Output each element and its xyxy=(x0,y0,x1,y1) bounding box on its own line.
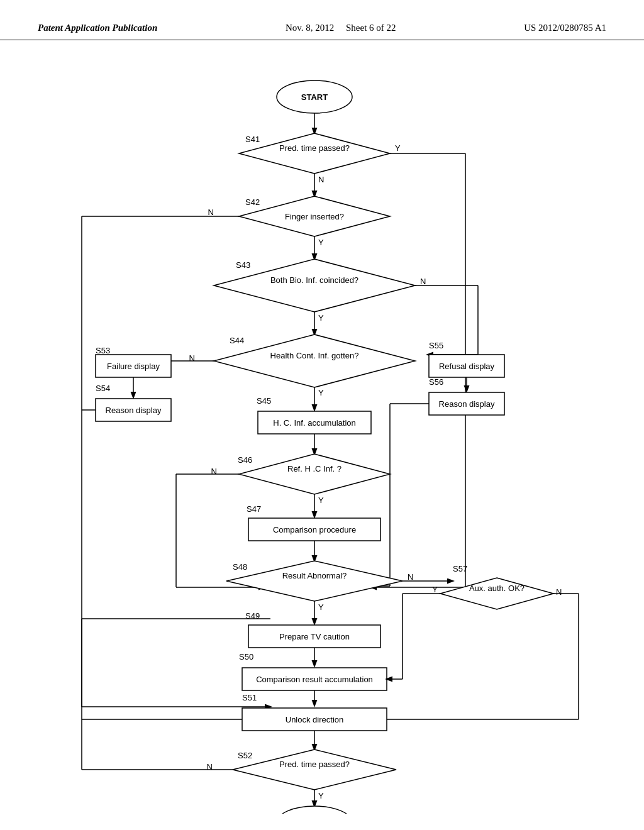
s53-step: S53 xyxy=(96,346,110,355)
s57-text: Aux. auth. OK? xyxy=(469,584,525,593)
s44-y: Y xyxy=(318,388,324,397)
s46-step: S46 xyxy=(238,455,252,465)
svg-marker-45 xyxy=(440,578,553,609)
s46-text: Ref. H .C Inf. ? xyxy=(287,464,341,473)
s47-text: Comparison procedure xyxy=(273,525,356,534)
s42-step: S42 xyxy=(245,197,260,207)
s46-y: Y xyxy=(318,495,324,505)
s43-text: Both Bio. Inf. coincided? xyxy=(270,275,358,285)
s57-n: N xyxy=(556,587,562,597)
s49-step: S49 xyxy=(245,611,260,621)
s48-y: Y xyxy=(318,602,324,612)
s50-text: Comparison result accumulation xyxy=(256,675,373,684)
s45-step: S45 xyxy=(257,396,271,406)
s41-step: S41 xyxy=(245,135,260,144)
svg-marker-58 xyxy=(233,750,396,790)
s42-text: Finger inserted? xyxy=(285,212,344,221)
s41-text: Pred. time passed? xyxy=(279,143,350,153)
s44-step: S44 xyxy=(230,336,244,345)
s48-n: N xyxy=(408,572,413,582)
flowchart-svg: text { font-family: Arial, sans-serif; f… xyxy=(0,40,644,814)
s55-text: Refusal display xyxy=(439,362,495,371)
date-sheet: Nov. 8, 2012 Sheet 6 of 22 xyxy=(286,23,396,33)
page-header: Patent Application Publication Nov. 8, 2… xyxy=(0,0,644,40)
s49-text: Prepare TV caution xyxy=(279,632,350,641)
s56-text: Reason display xyxy=(439,399,495,409)
svg-marker-32 xyxy=(239,454,390,494)
s54-step: S54 xyxy=(96,384,110,393)
s48-step: S48 xyxy=(233,562,247,572)
s52-y: Y xyxy=(318,791,324,800)
publication-label: Patent Application Publication xyxy=(38,23,157,33)
s43-step: S43 xyxy=(236,260,250,270)
s41-y: Y xyxy=(395,143,401,153)
s56-step: S56 xyxy=(429,377,443,387)
svg-marker-39 xyxy=(226,561,402,601)
s45-text: H. C. Inf. accumulation xyxy=(273,418,356,428)
s47-step: S47 xyxy=(247,504,261,514)
sheet-info: Sheet 6 of 22 xyxy=(346,23,396,33)
s41-n: N xyxy=(318,175,324,184)
s43-y: Y xyxy=(318,313,324,323)
date: Nov. 8, 2012 xyxy=(286,23,334,33)
s42-n: N xyxy=(208,208,214,217)
s42-y: Y xyxy=(318,238,324,247)
start-label: START xyxy=(301,92,328,102)
svg-marker-2 xyxy=(239,133,390,174)
s52-text: Pred. time passed? xyxy=(279,760,350,769)
s43-n: N xyxy=(420,277,426,286)
s53-text: Failure display xyxy=(107,362,160,371)
s57-y: Y xyxy=(432,585,438,594)
s50-step: S50 xyxy=(239,652,253,661)
s57-step: S57 xyxy=(453,564,467,573)
page: Patent Application Publication Nov. 8, 2… xyxy=(0,0,644,830)
s54-text: Reason display xyxy=(106,406,162,415)
patent-number: US 2012/0280785 A1 xyxy=(524,23,606,33)
s55-step: S55 xyxy=(429,341,443,350)
diagram-area: text { font-family: Arial, sans-serif; f… xyxy=(0,40,644,814)
svg-point-62 xyxy=(277,806,352,814)
s51-step: S51 xyxy=(242,693,257,702)
s48-text: Result Abnormal? xyxy=(282,571,347,580)
s44-text: Health Cont. Inf. gotten? xyxy=(270,351,359,360)
s52-step: S52 xyxy=(238,751,252,760)
s51-text: Unlock direction xyxy=(286,715,344,724)
